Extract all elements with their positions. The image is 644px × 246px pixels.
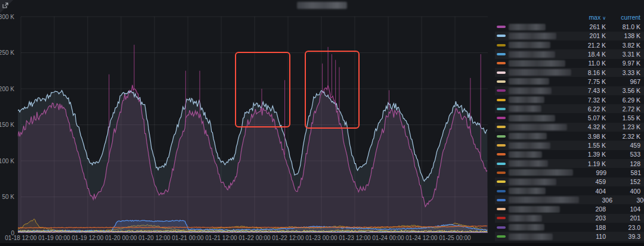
page-background-strip: [0, 243, 644, 246]
legend-row[interactable]: 11.0 K9.97 K: [495, 59, 644, 68]
legend-row[interactable]: 201 K138 K: [495, 32, 644, 41]
series-color-swatch-icon: [497, 199, 506, 201]
series-color-swatch-icon: [497, 53, 506, 55]
x-axis-tick-label: 01-19 12:00: [72, 235, 104, 241]
legend-row[interactable]: 1.39 K533: [495, 150, 644, 159]
y-axis-tick-label: 200 K: [0, 86, 14, 92]
x-axis-tick-label: 01-22 12:00: [272, 235, 304, 241]
series-color-swatch-icon: [497, 26, 506, 28]
legend-column-current[interactable]: current: [621, 14, 640, 21]
series-name-redacted[interactable]: [509, 24, 546, 30]
series-color-swatch-icon: [497, 135, 506, 138]
x-axis-tick-label: 01-22 00:00: [239, 235, 271, 241]
x-axis-tick-label: 01-21 00:00: [172, 235, 204, 241]
series-color-swatch-icon: [497, 71, 506, 74]
series-current-value: 39.3: [606, 233, 640, 240]
legend-header: max ∨ current: [495, 14, 644, 22]
series-name-redacted[interactable]: [509, 33, 556, 39]
x-axis-tick-label: 01-24 12:00: [405, 235, 438, 241]
series-current-value: 2.72 K: [606, 105, 640, 113]
x-axis-tick-label: 01-20 12:00: [138, 235, 171, 241]
series-name-redacted[interactable]: [509, 96, 544, 103]
legend-row[interactable]: 306300: [495, 195, 644, 204]
y-axis-tick-label: 150 K: [0, 122, 14, 128]
annotation-box-2: [305, 51, 360, 129]
legend-row[interactable]: 11039.3: [495, 232, 644, 241]
series-name-redacted[interactable]: [509, 78, 549, 85]
x-axis-tick-label: 01-24 00:00: [372, 235, 404, 241]
legend-row[interactable]: 459152: [495, 178, 644, 186]
legend-row[interactable]: 404400: [495, 186, 644, 195]
series-name-redacted[interactable]: [509, 51, 555, 58]
series-current-value: 3.33 K: [606, 69, 640, 76]
legend-row[interactable]: 3.98 K2.32 K: [495, 132, 644, 141]
series-current-value: 81.0 K: [606, 23, 640, 30]
series-color-swatch-icon: [497, 208, 506, 210]
legend-row[interactable]: 18823.0: [495, 223, 644, 232]
y-axis-tick-label: 50 K: [2, 194, 14, 200]
series-color-swatch-icon: [497, 62, 506, 64]
series-name-redacted[interactable]: [509, 151, 542, 158]
legend-row[interactable]: 208104: [495, 205, 644, 214]
series-color-swatch-icon: [497, 44, 506, 46]
series-name-redacted[interactable]: [509, 188, 546, 194]
series-name-redacted[interactable]: [509, 69, 571, 76]
legend-row[interactable]: 261 K81.0 K: [495, 23, 644, 32]
legend-row[interactable]: 7.43 K3.56 K: [495, 86, 644, 95]
series-current-value: 400: [606, 188, 640, 195]
legend-sort-max[interactable]: max ∨: [589, 14, 606, 21]
legend-row[interactable]: 7.75 K967: [495, 77, 644, 86]
legend-row[interactable]: 21.2 K3.82 K: [495, 41, 644, 49]
legend-row[interactable]: 999581: [495, 168, 644, 177]
series-max-value: 5.07 K: [572, 114, 606, 122]
series-name-redacted[interactable]: [509, 124, 567, 130]
series-name-redacted[interactable]: [509, 169, 573, 176]
legend-row[interactable]: 1.19 K128: [495, 159, 644, 168]
series-name-redacted[interactable]: [509, 60, 565, 67]
series-name-redacted[interactable]: [509, 42, 550, 48]
legend-row[interactable]: 4.32 K1.23 K: [495, 123, 644, 132]
series-current-value: 6.29 K: [606, 96, 640, 104]
legend-row[interactable]: 18.4 K3.31 K: [495, 49, 644, 58]
x-axis-tick-label: 01-21 12:00: [205, 235, 237, 241]
series-max-value: 110: [572, 233, 606, 240]
series-max-value: 11.0 K: [572, 60, 606, 67]
series-name-redacted[interactable]: [509, 115, 555, 122]
legend-row[interactable]: 1.55 K459: [495, 141, 644, 150]
series-name-redacted[interactable]: [509, 233, 553, 240]
legend-row[interactable]: 203201: [495, 214, 644, 223]
series-color-swatch-icon: [497, 180, 506, 183]
legend-row[interactable]: 5.07 K1.55 K: [495, 114, 644, 123]
series-name-redacted[interactable]: [509, 197, 579, 203]
series-name-redacted[interactable]: [509, 179, 556, 185]
series-name-redacted[interactable]: [509, 215, 542, 222]
series-max-value: 6.22 K: [572, 105, 606, 113]
series-max-value: 404: [572, 188, 606, 195]
series-max-value: 261 K: [572, 23, 606, 30]
series-color-swatch-icon: [497, 89, 506, 92]
series-max-value: 7.43 K: [572, 87, 606, 94]
series-name-redacted[interactable]: [509, 105, 541, 112]
series-name-redacted[interactable]: [509, 160, 548, 167]
series-current-value: 581: [606, 169, 641, 176]
series-name-redacted[interactable]: [509, 88, 552, 94]
x-axis-tick-label: 01-23 00:00: [305, 235, 338, 241]
series-max-value: 3.98 K: [572, 133, 606, 140]
series-name-redacted[interactable]: [509, 224, 544, 231]
legend-row[interactable]: 6.22 K2.72 K: [495, 104, 644, 113]
series-max-value: 1.19 K: [572, 160, 606, 167]
series-current-value: 201: [606, 214, 640, 222]
legend-row[interactable]: 8.16 K3.33 K: [495, 68, 644, 77]
series-current-value: 533: [606, 151, 640, 158]
series-color-swatch-icon: [497, 190, 506, 192]
series-color-swatch-icon: [497, 108, 506, 110]
legend-row[interactable]: 7.32 K6.29 K: [495, 95, 644, 104]
series-name-redacted[interactable]: [509, 133, 547, 139]
series-color-swatch-icon: [497, 153, 506, 155]
series-name-redacted[interactable]: [509, 142, 550, 149]
series-current-value: 459: [606, 142, 640, 149]
series-max-value: 208: [572, 205, 606, 213]
series-max-value: 459: [572, 178, 606, 185]
series-current-value: 2.32 K: [606, 133, 640, 140]
series-name-redacted[interactable]: [509, 206, 560, 213]
